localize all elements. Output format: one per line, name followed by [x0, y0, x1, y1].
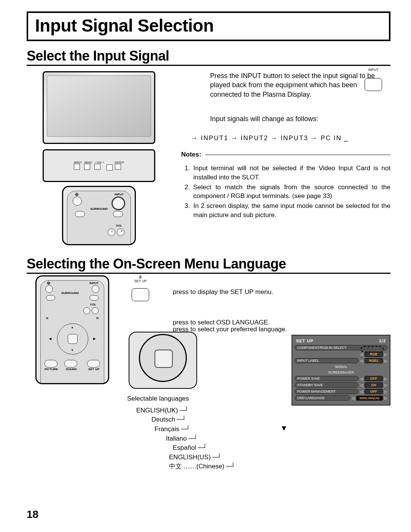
page-number: 18: [27, 508, 38, 521]
remote2-sound-button[interactable]: [64, 360, 77, 367]
remote2-vol-down[interactable]: [83, 307, 90, 314]
osd-val-power-management: OFF: [365, 389, 383, 394]
remote2-input-button[interactable]: [92, 285, 99, 293]
navpad-graphic: [129, 332, 197, 389]
remote2-mute-button[interactable]: [89, 295, 99, 300]
remote-top-illustration: ⏻ INPUT SURROUND VOL − +: [62, 186, 136, 245]
remote2-input-label: INPUT: [89, 281, 99, 285]
panel-vol-label: − VOL +: [94, 161, 104, 164]
osd-row-standby-save[interactable]: STANDBY SAVE: [295, 382, 358, 388]
left-arrow-icon[interactable]: ◁: [360, 352, 363, 356]
remote-surround-label: SURROUND: [90, 207, 108, 211]
osd-val-component-rgb: RGB: [365, 351, 383, 357]
right-arrow-icon[interactable]: ▷: [384, 390, 387, 394]
input-button-icon[interactable]: [365, 78, 382, 91]
remote-mute-button[interactable]: [113, 211, 123, 217]
page-title: Input Signal Selection: [35, 15, 382, 36]
cycle-text: → INPUT1 → INPUT2 → INPUT3 → PC IN ⎯: [191, 134, 349, 142]
osd-row-osd-language[interactable]: OSD LANGUAGE: [295, 395, 350, 401]
left-arrow-icon[interactable]: ◁: [360, 383, 363, 387]
navpad-icon[interactable]: [139, 334, 187, 382]
osd-row-screensaver[interactable]: SCREENSAVER: [295, 370, 387, 375]
section2-heading: Selecting the On-Screen Menu Language: [27, 256, 390, 274]
remote2-vol-label: VOL: [90, 303, 96, 306]
lang-deutsch: Deutsch: [151, 415, 175, 425]
osd-title: SET UP: [296, 339, 314, 343]
note-1: Input terminal will not be selected if t…: [192, 164, 390, 182]
remote2-setup-label: SET UP: [88, 367, 99, 371]
remote2-ok-button[interactable]: [68, 334, 78, 344]
section1-body: INPUT MENU − VOL + ENTER ⏻ INPUT SURROUN…: [27, 67, 390, 256]
manual-page: Input Signal Selection Select the Input …: [0, 0, 411, 532]
panel-menu-button[interactable]: [84, 164, 90, 170]
panel-vol-up-button[interactable]: [107, 165, 113, 171]
section1-paragraph1: Press the INPUT button to select the inp…: [210, 71, 390, 99]
selectable-languages: Selectable languages ENGLISH(UK) ─┘ Deut…: [127, 394, 390, 471]
right-arrow-icon[interactable]: ▷: [384, 396, 387, 400]
osd-row-signal[interactable]: SIGNAL: [295, 364, 387, 369]
setup-button-icon[interactable]: [132, 288, 149, 301]
page-title-box: Input Signal Selection: [27, 11, 390, 41]
lang-francais: Français: [155, 425, 179, 434]
remote2-picture-button[interactable]: [45, 360, 57, 367]
osd-val-standby-save: ON: [365, 382, 383, 388]
remote2-surround-label: SURROUND: [61, 291, 79, 295]
right-arrow-icon[interactable]: ▷: [384, 377, 387, 381]
osd-pointer-arrow: ▼: [280, 424, 288, 433]
panel-input-button[interactable]: [74, 164, 80, 170]
plus-icon: +: [121, 229, 123, 233]
setup-button-caption: SET UP: [134, 279, 147, 283]
setup-icon: ≣: [139, 275, 142, 279]
section2-illustration-column: ⏻ INPUT SURROUND VOL N R ▲: [27, 275, 118, 384]
input-cycle-sequence: → INPUT1 → INPUT2 → INPUT3 → PC IN ⎯: [191, 134, 390, 143]
step1-text: press to display the SET UP menu.: [173, 288, 273, 296]
osd-row-input-label[interactable]: INPUT LABEL: [295, 358, 358, 363]
remote-power-button[interactable]: [73, 197, 82, 206]
left-arrow-icon[interactable]: ◁: [360, 377, 363, 381]
osd-val-osd-language: ENGLISH(US): [356, 396, 383, 401]
remote-input-label: INPUT: [115, 193, 124, 196]
osd-highlight-ring: [361, 346, 384, 352]
lang-chinese: 中文 .......(Chinese): [169, 462, 224, 471]
remote2-power-button[interactable]: [45, 285, 53, 293]
remote2-vol-up[interactable]: [92, 307, 99, 314]
remote2-picture-label: PICTURE: [45, 367, 58, 371]
step2-text: press to select OSD LANGUAGE.: [173, 319, 390, 326]
right-arrow-icon[interactable]: ▷: [384, 359, 387, 363]
input-button-graphic: INPUT: [365, 67, 382, 91]
notes-box: Notes: Input terminal will not be select…: [180, 150, 390, 220]
panel-enter-label: ENTER: [115, 161, 124, 164]
remote-full-illustration: ⏻ INPUT SURROUND VOL N R ▲: [35, 275, 109, 384]
remote-vol-label: VOL: [116, 224, 122, 227]
osd-val-input-label: RGB1: [365, 358, 383, 363]
remote-input-button[interactable]: [112, 197, 125, 210]
panel-vol-down-button[interactable]: [94, 164, 100, 170]
lang-english-uk: ENGLISH(UK): [136, 406, 178, 415]
panel-input-label: INPUT: [74, 161, 82, 164]
panel-menu-label: MENU: [84, 161, 92, 164]
left-arrow-icon[interactable]: ◁: [360, 359, 363, 363]
front-panel-controls: INPUT MENU − VOL + ENTER: [43, 149, 155, 182]
left-arrow-icon[interactable]: ◁: [360, 390, 363, 394]
left-arrow-icon: ◀: [49, 337, 51, 340]
right-arrow-icon[interactable]: ▷: [384, 352, 387, 356]
remote2-aspect-button[interactable]: [46, 295, 55, 300]
section1-text-column: INPUT Press the INPUT button to select t…: [180, 67, 390, 220]
osd-row-power-save[interactable]: POWER SAVE: [295, 376, 358, 381]
note-2: Select to match the signals from the sou…: [192, 183, 390, 201]
remote2-n-label: N: [46, 316, 48, 320]
remote2-sound-label: SOUND: [66, 367, 77, 371]
remote2-r-label: R: [96, 316, 99, 320]
right-arrow-icon: ▶: [93, 337, 96, 340]
input-button-caption: INPUT: [368, 68, 379, 72]
panel-enter-button[interactable]: [115, 164, 121, 170]
lang-italiano: Italiano: [166, 434, 187, 444]
right-arrow-icon[interactable]: ▷: [384, 383, 387, 387]
remote-aspect-button[interactable]: [75, 211, 85, 217]
minus-icon: −: [111, 229, 113, 233]
left-arrow-icon[interactable]: ◁: [352, 396, 355, 400]
osd-row-power-management[interactable]: POWER MANAGEMENT: [295, 389, 358, 394]
setup-button-graphic: ≣ SET UP: [127, 275, 154, 301]
remote2-setup-button[interactable]: [87, 360, 100, 367]
step3-text: press to select your preferred language.: [173, 326, 287, 333]
